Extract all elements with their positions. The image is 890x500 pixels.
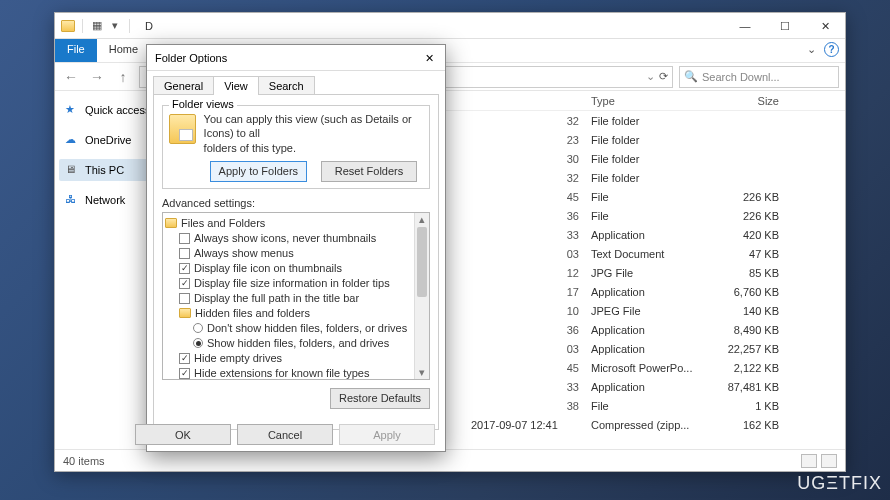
apply-to-folders-button[interactable]: Apply to Folders [210, 161, 307, 182]
folder-views-text2: folders of this type. [204, 141, 423, 155]
tree-item[interactable]: Files and Folders [181, 217, 265, 229]
radio[interactable] [193, 338, 203, 348]
cloud-icon: ☁ [65, 133, 79, 147]
tab-search[interactable]: Search [258, 76, 315, 95]
folder-icon [61, 20, 75, 32]
tree-item[interactable]: Hide empty drives [194, 352, 282, 364]
folder-views-label: Folder views [169, 98, 237, 110]
ok-button[interactable]: OK [135, 424, 231, 445]
tree-item[interactable]: Show hidden files, folders, and drives [207, 337, 389, 349]
apply-button[interactable]: Apply [339, 424, 435, 445]
scroll-up-icon[interactable]: ▴ [415, 213, 429, 226]
refresh-icon[interactable]: ⟳ [659, 70, 668, 83]
folder-options-dialog: Folder Options ✕ General View Search Fol… [146, 44, 446, 452]
checkbox[interactable]: ✓ [179, 368, 190, 379]
status-bar: 40 items [55, 449, 845, 471]
file-date: 2017-09-07 12:41 [465, 417, 585, 433]
tree-item[interactable]: Hidden files and folders [195, 307, 310, 319]
ribbon-expand-icon[interactable]: ⌄ [807, 43, 816, 56]
tree-item[interactable]: Don't show hidden files, folders, or dri… [207, 322, 407, 334]
path-dropdown-icon[interactable]: ⌄ [646, 70, 655, 83]
tree-item[interactable]: Hide extensions for known file types [194, 367, 369, 379]
search-icon: 🔍 [684, 70, 698, 83]
tab-file[interactable]: File [55, 39, 97, 62]
view-details-icon[interactable] [801, 454, 817, 468]
minimize-button[interactable]: — [725, 13, 765, 39]
help-icon[interactable]: ? [824, 42, 839, 57]
nav-label: Quick access [85, 104, 150, 116]
col-type[interactable]: Type [585, 93, 705, 109]
tree-item[interactable]: Display file icon on thumbnails [194, 262, 342, 274]
tree-item[interactable]: Display file size information in folder … [194, 277, 390, 289]
dialog-titlebar[interactable]: Folder Options ✕ [147, 45, 445, 71]
watermark: UGΞTFIX [797, 473, 882, 494]
file-type: Compressed (zipp... [585, 417, 705, 433]
advanced-settings-tree[interactable]: Files and Folders Always show icons, nev… [162, 212, 430, 380]
search-placeholder: Search Downl... [702, 71, 780, 83]
tab-view[interactable]: View [213, 76, 259, 95]
checkbox[interactable]: ✓ [179, 353, 190, 364]
explorer-titlebar[interactable]: ▦ ▾ D — ☐ ✕ [55, 13, 845, 39]
scroll-thumb[interactable] [417, 227, 427, 297]
col-size[interactable]: Size [705, 93, 785, 109]
tab-home[interactable]: Home [97, 39, 150, 62]
tree-item[interactable]: Always show icons, never thumbnails [194, 232, 376, 244]
reset-folders-button[interactable]: Reset Folders [321, 161, 417, 182]
view-large-icon[interactable] [821, 454, 837, 468]
radio[interactable] [193, 323, 203, 333]
checkbox[interactable] [179, 293, 190, 304]
file-size: 162 KB [705, 417, 785, 433]
nav-back-icon[interactable]: ← [61, 69, 81, 85]
dialog-close-button[interactable]: ✕ [417, 49, 441, 67]
checkbox[interactable]: ✓ [179, 278, 190, 289]
qat-new-folder-icon[interactable]: ▾ [108, 19, 122, 33]
item-count: 40 items [63, 455, 105, 467]
checkbox[interactable]: ✓ [179, 263, 190, 274]
tree-item[interactable]: Always show menus [194, 247, 294, 259]
checkbox[interactable] [179, 233, 190, 244]
folder-icon [179, 308, 191, 318]
nav-label: Network [85, 194, 125, 206]
nav-label: OneDrive [85, 134, 131, 146]
nav-forward-icon[interactable]: → [87, 69, 107, 85]
window-title: D [145, 20, 153, 32]
folder-icon [165, 218, 177, 228]
folder-views-text: You can apply this view (such as Details… [204, 112, 423, 141]
checkbox[interactable] [179, 248, 190, 259]
advanced-settings-label: Advanced settings: [162, 197, 430, 209]
star-icon: ★ [65, 103, 79, 117]
pc-icon: 🖥 [65, 163, 79, 177]
network-icon: 🖧 [65, 193, 79, 207]
col-date[interactable] [465, 99, 585, 103]
dialog-title: Folder Options [155, 52, 227, 64]
nav-up-icon[interactable]: ↑ [113, 69, 133, 85]
scroll-down-icon[interactable]: ▾ [415, 366, 429, 379]
tab-general[interactable]: General [153, 76, 214, 95]
cancel-button[interactable]: Cancel [237, 424, 333, 445]
close-button[interactable]: ✕ [805, 13, 845, 39]
nav-label: This PC [85, 164, 124, 176]
tree-item[interactable]: Display the full path in the title bar [194, 292, 359, 304]
maximize-button[interactable]: ☐ [765, 13, 805, 39]
qat-properties-icon[interactable]: ▦ [90, 19, 104, 33]
search-input[interactable]: 🔍 Search Downl... [679, 66, 839, 88]
scrollbar[interactable]: ▴ ▾ [414, 213, 429, 379]
restore-defaults-button[interactable]: Restore Defaults [330, 388, 430, 409]
folder-views-icon [169, 114, 196, 144]
folder-views-group: Folder views You can apply this view (su… [162, 105, 430, 189]
